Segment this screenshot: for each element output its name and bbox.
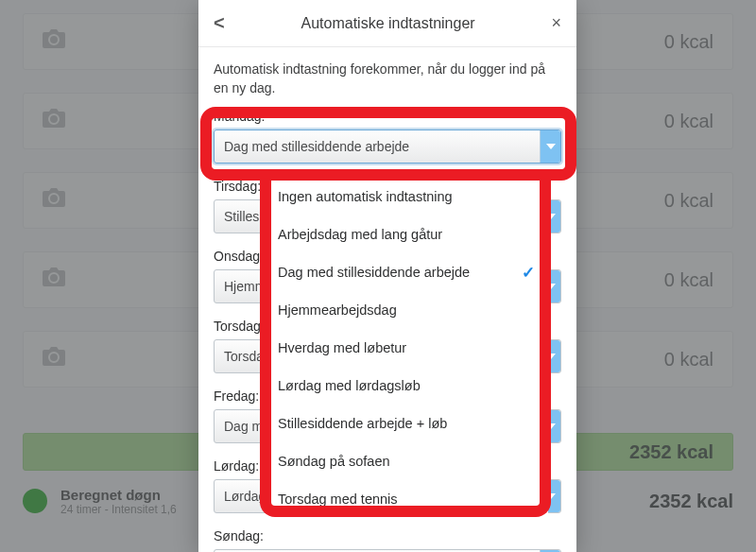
modal-header: < Automatiske indtastninger × (198, 0, 576, 47)
select-value: Lørdag (224, 489, 266, 504)
option-label: Dag med stillesiddende arbejde (278, 265, 470, 280)
dropdown-option[interactable]: Stillesiddende arbejde + løb (265, 405, 548, 442)
option-label: Arbejdsdag med lang gåtur (278, 227, 442, 242)
select-value: Dag med stillesiddende arbejde (224, 139, 409, 154)
select-value: Torsda (224, 349, 264, 364)
checkmark-icon: ✓ (522, 263, 535, 283)
dropdown-option[interactable]: Arbejdsdag med lang gåtur (265, 216, 548, 253)
option-label: Søndag på sofaen (278, 454, 390, 469)
dropdown-option[interactable]: Lørdag med lørdagsløb (265, 367, 548, 405)
day-select[interactable]: Dag med stillesiddende arbejde (214, 129, 561, 164)
dropdown-option[interactable]: Hverdag med løbetur (265, 329, 548, 367)
dropdown-option[interactable]: Søndag på sofaen (265, 442, 548, 480)
select-value: Hjemm (224, 279, 266, 294)
option-label: Ingen automatisk indtastning (278, 189, 453, 204)
option-label: Hjemmearbejdsdag (278, 302, 397, 318)
option-label: Hverdag med løbetur (278, 340, 406, 355)
day-select-dropdown: Ingen automatisk indtastningArbejdsdag m… (265, 177, 548, 518)
modal-description: Automatisk indtastning forekommer, når d… (198, 47, 576, 105)
dropdown-option[interactable]: Ingen automatisk indtastning (265, 178, 548, 216)
chevron-down-icon (540, 130, 560, 163)
dropdown-option[interactable]: Hjemmearbejdsdag (265, 291, 548, 329)
close-button[interactable]: × (551, 13, 561, 33)
modal-title: Automatiske indtastninger (301, 15, 475, 32)
day-label: Mandag: (214, 109, 561, 124)
option-label: Torsdag med tennis (278, 492, 398, 507)
day-field-6: Søndag:Ingen automatisk indtastning (198, 525, 576, 552)
select-value: Stilles (224, 209, 259, 224)
day-field-0: Mandag:Dag med stillesiddende arbejde (198, 105, 576, 175)
dropdown-option[interactable]: Dag med stillesiddende arbejde✓ (265, 253, 548, 291)
dropdown-option[interactable]: Torsdag med tennis (265, 480, 548, 518)
option-label: Stillesiddende arbejde + løb (278, 416, 447, 431)
option-label: Lørdag med lørdagsløb (278, 378, 421, 393)
day-label: Søndag: (214, 528, 561, 543)
select-value: Dag m (224, 419, 263, 434)
back-button[interactable]: < (214, 12, 225, 34)
